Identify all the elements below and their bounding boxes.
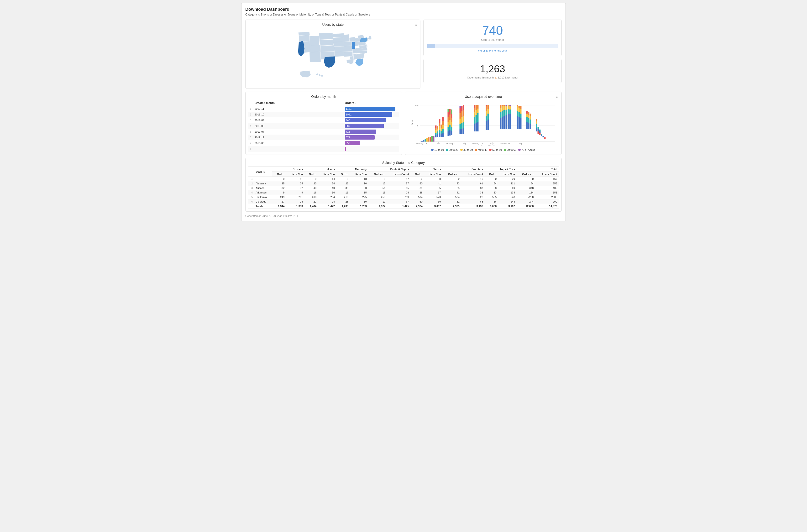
- totals-row: Totals 1,344 1,393 1,434 1,472 1,233 1,2…: [248, 204, 559, 209]
- svg-rect-25: [439, 122, 440, 126]
- svg-text:January '19: January '19: [499, 142, 510, 145]
- legend-item: 20 to 29: [446, 148, 458, 151]
- svg-rect-26: [439, 119, 440, 122]
- row-rank: 2: [248, 112, 253, 117]
- sales-state-category-panel: Sales by State and Category State ↑↓ Dre…: [245, 158, 562, 212]
- th-pc-ic: Items Count: [387, 172, 410, 177]
- svg-rect-72: [474, 108, 475, 112]
- svg-rect-104: [506, 110, 507, 115]
- svg-rect-57: [459, 108, 461, 113]
- svg-rect-142: [538, 131, 539, 134]
- svg-text:Created Month: Created Month: [481, 145, 495, 146]
- svg-text:January '18: January '18: [472, 142, 483, 145]
- th-rank: [248, 167, 254, 177]
- svg-rect-81: [477, 105, 478, 109]
- row-rank: 5: [248, 129, 253, 135]
- legend-label: 50 to 59: [492, 148, 502, 151]
- svg-rect-117: [517, 105, 518, 107]
- th-j-ord[interactable]: Ord ↑↓: [304, 172, 318, 177]
- svg-rect-55: [459, 118, 461, 124]
- orders-table-row: 2 2019-10 1081: [248, 112, 399, 117]
- th-pc-orders[interactable]: Orders ↑↓: [368, 172, 387, 177]
- orders-month-table: Created Month Orders ↓ 1 2019-11 1151 2 …: [248, 100, 399, 152]
- svg-rect-39: [448, 117, 449, 122]
- svg-rect-74: [475, 123, 477, 131]
- svg-rect-65: [463, 122, 464, 128]
- th-m-ord[interactable]: Ord ↑↓: [336, 172, 350, 177]
- svg-rect-10: [430, 137, 431, 142]
- row-month: 2019-10: [253, 112, 343, 117]
- svg-rect-137: [530, 114, 531, 116]
- svg-rect-116: [517, 107, 518, 111]
- orders-col-orders[interactable]: Orders ↓: [343, 100, 399, 106]
- row-month: 2019-12: [253, 135, 343, 140]
- th-d-ord[interactable]: Ord ↑↓: [272, 172, 286, 177]
- svg-rect-150: [543, 136, 544, 137]
- col-header-row-2: Ord ↑↓ Item Cou Ord ↑↓ Item Cou Ord ↑↓ I…: [248, 172, 559, 177]
- mid-row: Orders by month Created Month Orders ↓: [245, 92, 562, 155]
- svg-rect-131: [528, 118, 529, 123]
- svg-rect-126: [526, 122, 528, 129]
- th-s-ord[interactable]: Ord ↑↓: [410, 172, 424, 177]
- svg-rect-121: [519, 106, 520, 108]
- sales-data-table: State ↑↓ Dresses Jeans Maternity Pants &…: [248, 167, 559, 209]
- legend-dot: [489, 149, 491, 151]
- orders-year-text: 6% of 13444 for the year: [427, 49, 558, 52]
- svg-rect-86: [486, 105, 487, 107]
- svg-rect-85: [486, 107, 487, 111]
- svg-rect-101: [504, 107, 505, 110]
- svg-rect-141: [536, 119, 537, 121]
- svg-rect-139: [536, 124, 537, 128]
- svg-rect-79: [477, 113, 478, 122]
- order-items-label: Order Items this month ▲ 1,010 Last mont…: [427, 76, 558, 79]
- svg-rect-95: [502, 117, 503, 129]
- th-sw-orders[interactable]: Orders ↑↓: [442, 172, 461, 177]
- orders-table-row: 1 2019-11 1151: [248, 106, 399, 112]
- svg-rect-92: [500, 112, 502, 118]
- orders-col-rank: [248, 100, 253, 106]
- th-tot-orders[interactable]: Orders ↑↓: [517, 172, 535, 177]
- legend-item: 60 to 69: [504, 148, 517, 151]
- sales-table-foot: Totals 1,344 1,393 1,434 1,472 1,233 1,2…: [248, 204, 559, 209]
- svg-rect-89: [488, 109, 489, 114]
- svg-rect-124: [520, 109, 522, 114]
- th-t-ord[interactable]: Ord ↑↓: [484, 172, 498, 177]
- globe-icon[interactable]: ⊕: [414, 23, 417, 26]
- svg-rect-99: [504, 116, 505, 129]
- legend-item: 50 to 59: [489, 148, 502, 151]
- th-state[interactable]: State ↑↓: [254, 167, 272, 177]
- svg-rect-27: [441, 134, 442, 137]
- svg-rect-66: [463, 116, 464, 122]
- svg-text:July: July: [518, 142, 522, 145]
- orders-table-row: 5 2019-07 716: [248, 129, 399, 135]
- svg-rect-84: [486, 111, 487, 116]
- row-month: 2019-07: [253, 129, 343, 135]
- row-bar: 946: [343, 117, 399, 123]
- svg-rect-113: [509, 105, 511, 107]
- order-items-panel: 1,263 Order Items this month ▲ 1,010 Las…: [423, 59, 562, 83]
- users-time-title: Users acquired over time: [408, 95, 559, 98]
- orders-table-row: ○: [248, 146, 399, 152]
- legend-dot: [518, 149, 521, 151]
- svg-rect-108: [508, 109, 509, 114]
- row-bar: 679: [343, 135, 399, 140]
- svg-rect-82: [486, 121, 487, 130]
- row-month: 2019-11: [253, 106, 343, 112]
- svg-rect-129: [526, 111, 528, 114]
- svg-rect-134: [530, 124, 531, 129]
- globe-icon-2[interactable]: ⊕: [556, 95, 559, 98]
- svg-rect-78: [477, 122, 478, 131]
- svg-rect-73: [474, 105, 475, 108]
- row-month: 2019-09: [253, 117, 343, 123]
- orders-month-number: 740: [427, 24, 558, 37]
- svg-rect-45: [449, 115, 451, 120]
- table-row: ○ 0 11 0 14 0 18 0 17 0 38 0 40 0 29 0 1…: [248, 177, 559, 181]
- sales-table-body: ○ 0 11 0 14 0 18 0 17 0 38 0 40 0 29 0 1…: [248, 177, 559, 204]
- table-scroll-container[interactable]: State ↑↓ Dresses Jeans Maternity Pants &…: [248, 167, 559, 209]
- svg-rect-24: [439, 126, 440, 130]
- svg-rect-30: [441, 125, 442, 128]
- svg-rect-123: [520, 114, 522, 118]
- th-jeans: Jeans: [304, 167, 336, 172]
- row-month: 2019-06: [253, 140, 343, 146]
- legend-label: 10 to 19: [434, 148, 444, 151]
